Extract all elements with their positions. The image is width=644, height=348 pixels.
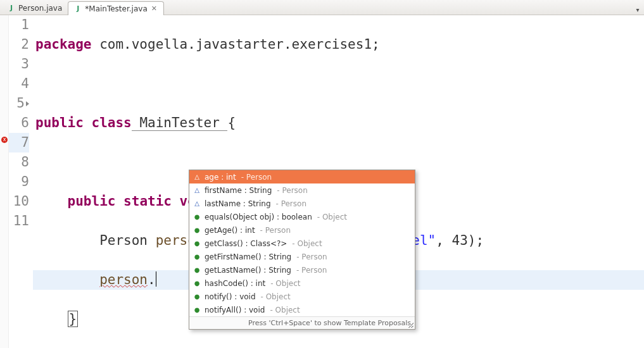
line-number: 10 <box>9 192 29 211</box>
tabs-overflow-icon[interactable]: ▾ <box>633 4 643 15</box>
proposal-signature: equals(Object obj) : boolean <box>205 213 312 221</box>
content-assist-item[interactable]: ●getClass() : Class<?> - Object <box>189 237 415 250</box>
line-number: 6 <box>9 113 29 133</box>
proposal-signature: lastName : String <box>205 199 271 208</box>
proposal-origin: - Object <box>292 239 322 248</box>
proposal-signature: firstName : String <box>205 186 272 195</box>
method-icon: ● <box>193 213 201 221</box>
proposal-signature: getAge() : int <box>205 226 255 235</box>
proposal-signature: getClass() : Class<?> <box>205 239 287 248</box>
content-assist-list[interactable]: △age : int - Person△firstName : String -… <box>189 170 415 316</box>
line-number: 3 <box>9 54 29 74</box>
content-assist-item[interactable]: ●getLastName() : String - Person <box>189 263 415 277</box>
line-number: 11 <box>9 211 29 231</box>
method-icon: ● <box>193 293 201 301</box>
proposal-origin: - Object <box>317 213 347 221</box>
proposal-origin: - Object <box>270 279 300 288</box>
code-line: package com.vogella.javastarter.exercise… <box>33 35 644 54</box>
proposal-signature: notify() : void <box>205 292 256 301</box>
content-assist-item[interactable]: △age : int - Person <box>189 170 415 183</box>
proposal-origin: - Person <box>276 199 306 208</box>
content-assist-item[interactable]: ●notify() : void - Object <box>189 290 415 303</box>
editor-tab-bar: J Person.java J *MainTester.java ✕ ▾ <box>0 0 644 15</box>
proposal-origin: - Person <box>296 252 327 261</box>
method-icon: ● <box>193 240 201 247</box>
close-icon[interactable]: ✕ <box>150 5 158 12</box>
text-cursor <box>156 271 156 287</box>
content-assist-item[interactable]: △firstName : String - Person <box>189 183 415 197</box>
line-number: 2 <box>9 35 29 54</box>
tab-maintester[interactable]: J *MainTester.java ✕ <box>68 1 164 15</box>
proposal-signature: age : int <box>205 173 236 182</box>
content-assist-item[interactable]: ●equals(Object obj) : boolean - Object <box>189 210 415 223</box>
content-assist-item[interactable]: ●hashCode() : int - Object <box>189 277 415 290</box>
proposal-origin: - Person <box>296 266 327 275</box>
proposal-origin: - Object <box>261 292 291 301</box>
line-number: 9 <box>9 172 29 192</box>
proposal-origin: - Person <box>277 186 307 195</box>
editor-area: x 1 2 3 4 5 6 7 8 9 10 11 package com.vo… <box>0 15 644 348</box>
proposal-signature: getFirstName() : String <box>205 252 291 261</box>
proposal-signature: getLastName() : String <box>205 266 291 275</box>
resize-grip-icon[interactable] <box>407 321 414 328</box>
line-number-gutter: 1 2 3 4 5 6 7 8 9 10 11 <box>9 15 33 348</box>
java-file-icon: J <box>73 4 82 13</box>
java-file-icon: J <box>7 4 16 13</box>
line-number: 1 <box>9 15 29 35</box>
content-assist-item[interactable]: △lastName : String - Person <box>189 197 415 210</box>
field-icon: △ <box>193 173 201 181</box>
method-icon: ● <box>193 266 201 274</box>
content-assist-item[interactable]: ●notifyAll() : void - Object <box>189 303 415 316</box>
method-icon: ● <box>193 306 201 314</box>
content-assist-popup: △age : int - Person△firstName : String -… <box>189 170 415 330</box>
marker-bar: x <box>0 15 9 348</box>
content-assist-hint: Press 'Ctrl+Space' to show Template Prop… <box>189 316 415 329</box>
line-number: 4 <box>9 74 29 94</box>
field-icon: △ <box>193 200 201 208</box>
content-assist-item[interactable]: ●getAge() : int - Person <box>189 223 415 237</box>
proposal-origin: - Object <box>270 306 300 314</box>
field-icon: △ <box>193 187 201 194</box>
proposal-origin: - Person <box>260 226 291 235</box>
content-assist-item[interactable]: ●getFirstName() : String - Person <box>189 250 415 263</box>
method-icon: ● <box>193 253 201 261</box>
tab-person[interactable]: J Person.java <box>1 1 68 15</box>
proposal-origin: - Person <box>241 173 272 182</box>
line-number: 8 <box>9 152 29 172</box>
line-number: 7 <box>9 133 29 152</box>
proposal-signature: notifyAll() : void <box>205 306 265 314</box>
error-marker-icon[interactable]: x <box>1 137 8 143</box>
tab-label: *MainTester.java <box>85 4 147 13</box>
method-icon: ● <box>193 227 201 234</box>
proposal-signature: hashCode() : int <box>205 279 265 288</box>
line-number: 5 <box>9 94 29 113</box>
code-line: public class MainTester { <box>33 113 644 133</box>
tab-label: Person.java <box>18 4 62 13</box>
code-line <box>33 74 644 94</box>
method-icon: ● <box>193 280 201 287</box>
